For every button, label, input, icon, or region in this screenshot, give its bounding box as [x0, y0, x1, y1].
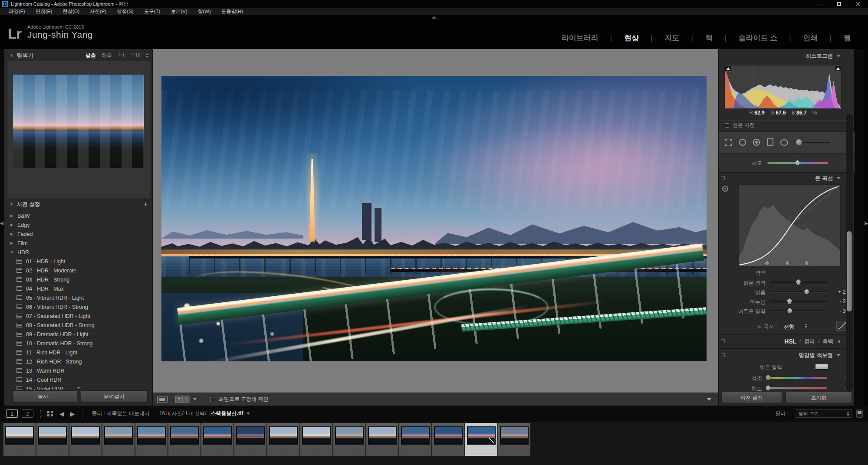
current-filename[interactable]: 스택용봉산.tif	[211, 410, 243, 417]
point-curve-value[interactable]: 선형	[784, 323, 794, 331]
slider-thumb[interactable]	[766, 385, 770, 390]
preset-row[interactable]: 03 - HDR - Strong	[4, 275, 153, 284]
original-photo-checkbox[interactable]	[725, 123, 729, 128]
filmstrip-thumbnail[interactable]	[432, 423, 464, 456]
before-after-left-button[interactable]: Y	[175, 396, 183, 403]
preset-row[interactable]: 10 - Dramatic HDR - Strong	[4, 339, 153, 348]
zoom-option[interactable]: 맞춤	[85, 52, 96, 59]
filmstrip-thumbnail[interactable]	[201, 423, 233, 456]
preset-row[interactable]: ▶ Film	[4, 239, 153, 248]
filmstrip-thumbnail[interactable]	[399, 423, 431, 456]
red-eye-tool-icon[interactable]	[753, 139, 760, 146]
main-photo[interactable]	[161, 76, 707, 361]
hsl-panel-header[interactable]: HSL / 컬러 / 흑백	[719, 336, 845, 347]
preset-row[interactable]: 07 - Saturated HDR - Light	[4, 311, 153, 321]
spot-removal-tool-icon[interactable]	[739, 139, 746, 146]
histogram[interactable]	[724, 65, 842, 108]
filmstrip-thumbnail[interactable]	[498, 423, 530, 456]
previous-settings-button[interactable]: 이전 설정	[721, 392, 782, 404]
highlight-clipping-toggle[interactable]	[835, 65, 841, 72]
filmstrip-thumbnail[interactable]	[333, 423, 365, 456]
preset-row[interactable]: 02 - HDR - Moderate	[4, 266, 153, 275]
presets-header[interactable]: ▼ 사전 설정 +	[4, 199, 153, 210]
slider-thumb[interactable]	[787, 298, 792, 304]
preset-row[interactable]: 11 - Rich HDR - Light	[4, 348, 153, 357]
original-photo-row[interactable]: 원본 사진	[725, 121, 755, 129]
loupe-view-icon[interactable]	[157, 396, 168, 403]
toolbar-collapse-icon[interactable]	[707, 398, 711, 401]
adjustment-brush-tool-icon[interactable]	[796, 139, 830, 145]
filmstrip-thumbnail[interactable]	[168, 423, 201, 456]
second-window-button[interactable]: 2	[22, 409, 33, 418]
filmstrip-thumbnail[interactable]	[300, 423, 332, 456]
preset-row[interactable]: 13 - Warm HDR	[4, 366, 153, 375]
preset-row[interactable]: 12 - Rich HDR - Strong	[4, 357, 153, 366]
saturation-slider[interactable]	[766, 387, 827, 389]
reset-button[interactable]: 초기화	[786, 392, 852, 404]
navigator-preview[interactable]	[7, 61, 150, 198]
slider-track[interactable]	[770, 310, 827, 311]
zoom-option[interactable]: 1:1	[118, 52, 125, 59]
preset-row[interactable]: ▶ Edgy	[4, 220, 153, 229]
menu-item[interactable]: 파일(F)	[3, 8, 30, 15]
tone-curve-header[interactable]: 톤 곡선	[719, 173, 845, 183]
graduated-filter-tool-icon[interactable]	[767, 138, 773, 146]
before-after-dropdown-icon[interactable]	[193, 398, 197, 400]
filmstrip-thumbnail[interactable]	[135, 423, 168, 456]
slider-thumb[interactable]	[796, 279, 801, 285]
panel-switch-icon[interactable]	[721, 339, 725, 343]
paste-button[interactable]: 붙여넣기	[81, 390, 148, 403]
shadow-clipping-toggle[interactable]	[725, 65, 731, 72]
point-curve-stepper-icon[interactable]	[805, 324, 807, 328]
preset-row[interactable]: ▶ B&W	[4, 211, 153, 220]
right-panel-scrollbar[interactable]	[846, 114, 853, 392]
module-tab[interactable]: 책	[699, 33, 732, 43]
filmstrip-thumbnail[interactable]	[366, 423, 398, 456]
filmstrip-thumbnail[interactable]	[234, 423, 266, 456]
menu-item[interactable]: 설정(S)	[112, 8, 138, 15]
minimize-button[interactable]	[809, 0, 829, 8]
slider-thumb[interactable]	[766, 375, 770, 380]
menu-item[interactable]: 사진(P)	[85, 8, 112, 15]
menu-item[interactable]: 창(W)	[193, 8, 216, 15]
bw-tab[interactable]: 흑백	[822, 338, 833, 345]
zoom-option[interactable]: 1:16	[131, 52, 141, 59]
module-tab[interactable]: 지도	[659, 33, 699, 43]
menu-item[interactable]: 도구(T)	[139, 8, 166, 15]
slider-track[interactable]	[770, 291, 827, 292]
hue-slider[interactable]	[766, 377, 827, 379]
module-tab[interactable]: 인쇄	[797, 33, 838, 43]
slider-track[interactable]	[770, 282, 827, 283]
close-button[interactable]	[848, 0, 868, 8]
color-tab[interactable]: 컬러	[804, 338, 815, 345]
collapse-top-panel-icon[interactable]	[431, 16, 437, 19]
preset-row[interactable]: 06 - Vibrant HDR - Strong	[4, 302, 153, 311]
folder-breadcrumb[interactable]: 폴더 : 제목없는 내보내기	[92, 410, 150, 417]
module-tab[interactable]: 현상	[618, 33, 658, 43]
scrollbar-thumb[interactable]	[847, 231, 852, 311]
before-after-right-button[interactable]: Y	[183, 396, 190, 403]
right-panel-collapse-strip[interactable]: ▶	[864, 49, 868, 406]
slider-track[interactable]	[770, 301, 827, 302]
filmstrip-thumbnail[interactable]	[3, 423, 36, 456]
filmstrip-thumbnail[interactable]	[69, 423, 102, 456]
navigator-header[interactable]: ▼ 탐색기 맞춤채움1:11:16	[4, 50, 153, 61]
add-preset-button[interactable]: +	[143, 200, 148, 209]
maximize-button[interactable]	[829, 0, 848, 8]
preset-row[interactable]: 09 - Dramatic HDR - Light	[4, 330, 153, 339]
histogram-header[interactable]: 히스토그램	[719, 51, 845, 61]
preset-row[interactable]: 05 - Vibrant HDR - Light	[4, 293, 153, 302]
filmstrip-thumbnail[interactable]	[465, 423, 497, 456]
filmstrip-source-dropdown-icon[interactable]	[247, 413, 250, 415]
preset-row[interactable]: ▼ HDR	[4, 248, 153, 257]
preset-row[interactable]: 04 - HDR - Max	[4, 284, 153, 293]
preset-row[interactable]: ▶ Faded	[4, 229, 153, 239]
zoom-stepper-icon[interactable]	[146, 53, 148, 58]
soft-proof-checkbox[interactable]	[210, 397, 215, 402]
filmstrip-thumbnail[interactable]	[36, 423, 69, 456]
slider-thumb[interactable]	[787, 308, 792, 313]
filter-toggle-switch[interactable]	[856, 409, 863, 418]
menu-item[interactable]: 도움말(H)	[216, 8, 248, 15]
preset-row[interactable]: 14 - Cool HDR	[4, 375, 153, 384]
main-window-button[interactable]: 1	[6, 409, 18, 418]
